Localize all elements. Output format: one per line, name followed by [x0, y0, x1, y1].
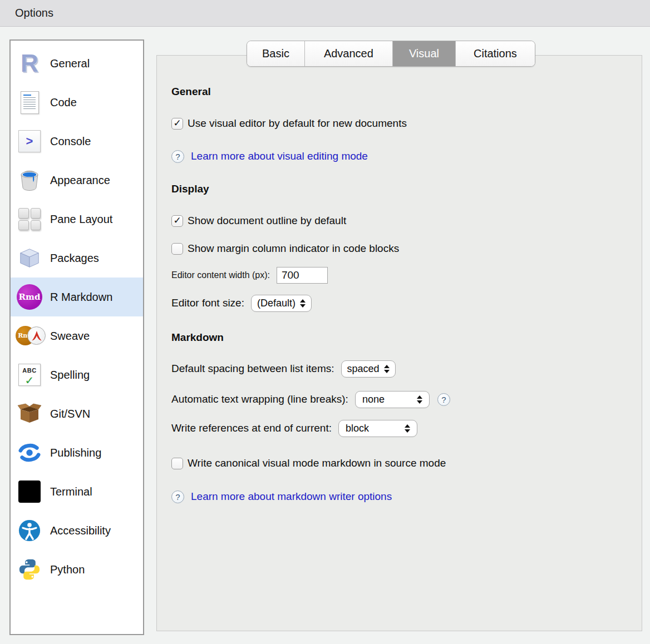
sidebar-item-sweave[interactable]: Rnw Sweave	[11, 316, 143, 355]
list-spacing-select[interactable]: spaced	[341, 360, 396, 378]
sidebar-item-label: General	[50, 57, 90, 70]
terminal-icon	[16, 480, 43, 503]
python-icon	[16, 558, 43, 581]
tab-citations[interactable]: Citations	[455, 41, 535, 66]
sidebar-item-label: Appearance	[50, 174, 110, 187]
sidebar-item-label: Pane Layout	[50, 213, 112, 226]
content-width-label: Editor content width (px):	[171, 270, 270, 280]
paint-bucket-icon	[16, 169, 43, 191]
sidebar-item-pane-layout[interactable]: Pane Layout	[11, 200, 143, 239]
canonical-markdown-row: ✓ Write canonical visual mode markdown i…	[171, 455, 642, 471]
window-titlebar: Options	[0, 0, 650, 27]
sidebar-item-label: Python	[50, 563, 85, 576]
stepper-arrows-icon	[300, 299, 306, 308]
stepper-arrows-icon	[417, 395, 422, 404]
canonical-markdown-checkbox[interactable]: ✓	[171, 458, 183, 469]
sidebar-item-python[interactable]: Python	[11, 550, 143, 589]
code-document-icon	[16, 91, 43, 114]
sidebar-item-label: Accessibility	[50, 524, 111, 537]
learn-more-markdown-writer-link[interactable]: Learn more about markdown writer options	[191, 491, 392, 503]
section-heading-markdown: Markdown	[171, 331, 642, 345]
sidebar-item-label: Sweave	[50, 330, 90, 343]
sidebar-item-label: Terminal	[50, 486, 92, 498]
canonical-markdown-label: Write canonical visual mode markdown in …	[188, 457, 446, 469]
references-select[interactable]: block	[338, 420, 417, 437]
references-label: Write references at end of current:	[171, 422, 332, 434]
options-category-sidebar: R General Code > Console Appearance Pane	[9, 39, 144, 635]
r-logo-icon: R	[16, 51, 43, 76]
section-heading-general: General	[171, 86, 642, 99]
stepper-arrows-icon	[405, 424, 410, 433]
text-wrapping-select[interactable]: none	[355, 391, 430, 408]
sidebar-item-packages[interactable]: Packages	[11, 239, 143, 278]
show-outline-label: Show document outline by default	[188, 215, 346, 227]
sidebar-item-appearance[interactable]: Appearance	[11, 161, 143, 200]
help-icon[interactable]: ?	[171, 150, 184, 163]
show-margin-checkbox[interactable]: ✓	[171, 243, 183, 255]
spellcheck-icon: ABC ✓	[16, 364, 43, 386]
sidebar-item-publishing[interactable]: Publishing	[11, 433, 143, 472]
content-width-row: Editor content width (px):	[171, 267, 642, 284]
font-size-label: Editor font size:	[171, 297, 244, 309]
learn-more-visual-editing-link[interactable]: Learn more about visual editing mode	[191, 150, 368, 162]
sidebar-item-label: Publishing	[50, 447, 101, 459]
section-heading-display: Display	[171, 183, 642, 196]
accessibility-icon	[16, 519, 43, 542]
git-box-icon	[16, 403, 43, 425]
sidebar-item-r-markdown[interactable]: Rmd R Markdown	[11, 278, 143, 316]
use-visual-editor-label: Use visual editor by default for new doc…	[188, 117, 407, 130]
references-row: Write references at end of current: bloc…	[171, 419, 642, 437]
show-outline-row: ✓ Show document outline by default	[171, 213, 642, 229]
font-size-select[interactable]: (Default)	[251, 295, 312, 312]
use-visual-editor-checkbox[interactable]: ✓	[171, 118, 183, 130]
list-spacing-row: Default spacing between list items: spac…	[171, 360, 642, 378]
visual-settings-panel: General ✓ Use visual editor by default f…	[156, 55, 642, 631]
sweave-pdf-icon: Rnw	[16, 323, 43, 349]
tab-basic[interactable]: Basic	[247, 41, 304, 66]
help-icon[interactable]: ?	[171, 491, 184, 503]
pane-grid-icon	[16, 208, 43, 230]
sidebar-item-accessibility[interactable]: Accessibility	[11, 511, 143, 550]
show-margin-label: Show margin column indicator in code blo…	[188, 242, 399, 255]
use-visual-editor-row: ✓ Use visual editor by default for new d…	[171, 116, 642, 131]
window-title: Options	[15, 7, 53, 19]
sidebar-item-git-svn[interactable]: Git/SVN	[11, 394, 143, 433]
markdown-writer-help-row: ? Learn more about markdown writer optio…	[171, 489, 642, 504]
publish-connect-icon	[16, 442, 43, 463]
content-width-input[interactable]	[277, 267, 328, 284]
font-size-row: Editor font size: (Default)	[171, 294, 642, 312]
sidebar-item-label: Git/SVN	[50, 408, 90, 420]
tab-visual[interactable]: Visual	[392, 41, 455, 66]
sidebar-item-console[interactable]: > Console	[11, 122, 143, 161]
sidebar-item-code[interactable]: Code	[11, 83, 143, 122]
visual-editing-help-row: ? Learn more about visual editing mode	[171, 149, 642, 164]
sidebar-item-spelling[interactable]: ABC ✓ Spelling	[11, 355, 143, 394]
help-icon[interactable]: ?	[437, 393, 450, 406]
tab-advanced[interactable]: Advanced	[304, 41, 392, 66]
console-prompt-icon: >	[16, 130, 43, 152]
settings-tabbar: Basic Advanced Visual Citations	[247, 41, 535, 67]
text-wrapping-row: Automatic text wrapping (line breaks): n…	[171, 390, 642, 408]
rmarkdown-icon: Rmd	[16, 284, 43, 310]
sidebar-item-terminal[interactable]: Terminal	[11, 472, 143, 511]
sidebar-item-general[interactable]: R General	[11, 44, 143, 83]
stepper-arrows-icon	[384, 365, 390, 373]
sidebar-item-label: R Markdown	[50, 291, 112, 304]
show-outline-checkbox[interactable]: ✓	[171, 215, 183, 227]
sidebar-item-label: Code	[50, 96, 77, 109]
package-cube-icon	[16, 246, 43, 270]
sidebar-item-label: Spelling	[50, 369, 90, 382]
show-margin-row: ✓ Show margin column indicator in code b…	[171, 241, 642, 256]
list-spacing-label: Default spacing between list items:	[171, 363, 334, 375]
sidebar-item-label: Packages	[50, 252, 99, 265]
sidebar-item-label: Console	[50, 135, 91, 148]
text-wrapping-label: Automatic text wrapping (line breaks):	[171, 393, 348, 405]
